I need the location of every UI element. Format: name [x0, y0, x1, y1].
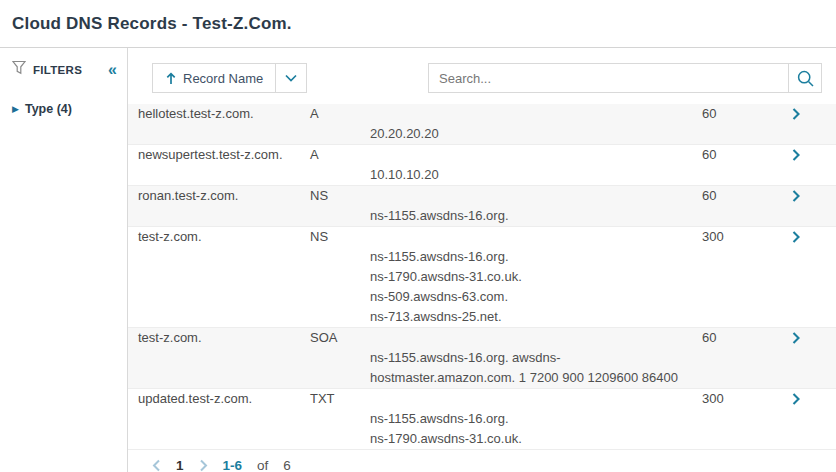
records-table: hellotest.test-z.com. A 60 20.20.20.20 n…: [128, 104, 836, 450]
record-type: A: [310, 145, 370, 165]
record-value: 10.10.10.20: [370, 165, 700, 185]
record-values: ns-1155.awsdns-16.org. ns-1790.awsdns-31…: [370, 409, 700, 449]
table-row[interactable]: ronan.test-z.com. NS 60 ns-1155.awsdns-1…: [128, 186, 836, 227]
collapse-sidebar-icon[interactable]: «: [108, 64, 119, 76]
app-window: Cloud DNS Records - Test-Z.Com. FILTERS …: [0, 0, 836, 472]
record-value: ns-509.awsdns-63.com.: [370, 287, 700, 307]
total-results: 6: [283, 458, 291, 472]
record-values: ns-1155.awsdns-16.org. awsdns-hostmaster…: [370, 348, 700, 388]
toolbar: Record Name: [152, 63, 822, 93]
record-value: ns-1790.awsdns-31.co.uk.: [370, 429, 700, 449]
sort-field-label: Record Name: [183, 64, 275, 92]
table-row[interactable]: newsupertest.test-z.com. A 60 10.10.10.2…: [128, 145, 836, 186]
record-values: 20.20.20.20: [370, 124, 700, 144]
table-row[interactable]: test-z.com. SOA 60 ns-1155.awsdns-16.org…: [128, 328, 836, 389]
row-expand-chevron-icon[interactable]: [772, 186, 820, 206]
row-expand-chevron-icon[interactable]: [772, 389, 820, 409]
record-value: ns-713.awsdns-25.net.: [370, 307, 700, 327]
record-ttl: 60: [700, 104, 772, 124]
record-ttl: 300: [700, 389, 772, 409]
record-name: newsupertest.test-z.com.: [138, 145, 310, 165]
page-title: Cloud DNS Records - Test-Z.Com.: [12, 14, 824, 34]
record-value: ns-1155.awsdns-16.org.: [370, 247, 700, 267]
filter-funnel-icon: [12, 60, 26, 79]
search-input[interactable]: [429, 64, 788, 92]
sort-by-record-name-button[interactable]: Record Name: [152, 63, 307, 93]
filters-sidebar: FILTERS « ▶ Type (4): [0, 48, 128, 472]
record-type: NS: [310, 227, 370, 247]
result-range: 1-6: [223, 458, 243, 472]
record-name: ronan.test-z.com.: [138, 186, 310, 206]
sort-ascending-arrow-icon[interactable]: [153, 64, 183, 92]
filters-label: FILTERS: [33, 64, 108, 76]
table-row[interactable]: updated.test-z.com. TXT 300 ns-1155.awsd…: [128, 389, 836, 450]
record-name: test-z.com.: [138, 328, 310, 348]
row-expand-chevron-icon[interactable]: [772, 227, 820, 247]
record-values: 10.10.10.20: [370, 165, 700, 185]
expand-triangle-icon[interactable]: ▶: [12, 104, 19, 114]
record-values: ns-1155.awsdns-16.org.: [370, 206, 700, 226]
content-area: FILTERS « ▶ Type (4) Record Name: [0, 48, 836, 472]
record-ttl: 60: [700, 145, 772, 165]
record-value: ns-1155.awsdns-16.org.: [370, 206, 700, 226]
record-type: SOA: [310, 328, 370, 348]
record-name: hellotest.test-z.com.: [138, 104, 310, 124]
record-name: test-z.com.: [138, 227, 310, 247]
chevron-down-icon[interactable]: [276, 64, 306, 92]
record-ttl: 60: [700, 328, 772, 348]
record-values: ns-1155.awsdns-16.org. ns-1790.awsdns-31…: [370, 247, 700, 327]
search-box: [428, 63, 822, 93]
current-page-number[interactable]: 1: [176, 458, 184, 472]
page-header: Cloud DNS Records - Test-Z.Com.: [0, 0, 836, 48]
record-type: A: [310, 104, 370, 124]
record-name: updated.test-z.com.: [138, 389, 310, 409]
previous-page-icon[interactable]: [152, 459, 161, 472]
row-expand-chevron-icon[interactable]: [772, 145, 820, 165]
table-row[interactable]: hellotest.test-z.com. A 60 20.20.20.20: [128, 104, 836, 145]
record-ttl: 60: [700, 186, 772, 206]
record-type: TXT: [310, 389, 370, 409]
table-row[interactable]: test-z.com. NS 300 ns-1155.awsdns-16.org…: [128, 227, 836, 328]
records-panel: Record Name: [128, 48, 836, 472]
search-icon[interactable]: [788, 64, 821, 92]
filter-group-label: Type (4): [25, 102, 72, 116]
record-value: 20.20.20.20: [370, 124, 700, 144]
sidebar-item-type-filter[interactable]: ▶ Type (4): [12, 102, 119, 116]
filters-header: FILTERS «: [12, 60, 119, 79]
row-expand-chevron-icon[interactable]: [772, 328, 820, 348]
next-page-icon[interactable]: [199, 459, 208, 472]
record-value: ns-1790.awsdns-31.co.uk.: [370, 267, 700, 287]
record-value: ns-1155.awsdns-16.org.: [370, 409, 700, 429]
record-ttl: 300: [700, 227, 772, 247]
pagination: 1 1-6 of 6: [152, 458, 836, 472]
row-expand-chevron-icon[interactable]: [772, 104, 820, 124]
record-type: NS: [310, 186, 370, 206]
record-value: ns-1155.awsdns-16.org. awsdns-hostmaster…: [370, 348, 700, 388]
of-label: of: [257, 458, 268, 472]
